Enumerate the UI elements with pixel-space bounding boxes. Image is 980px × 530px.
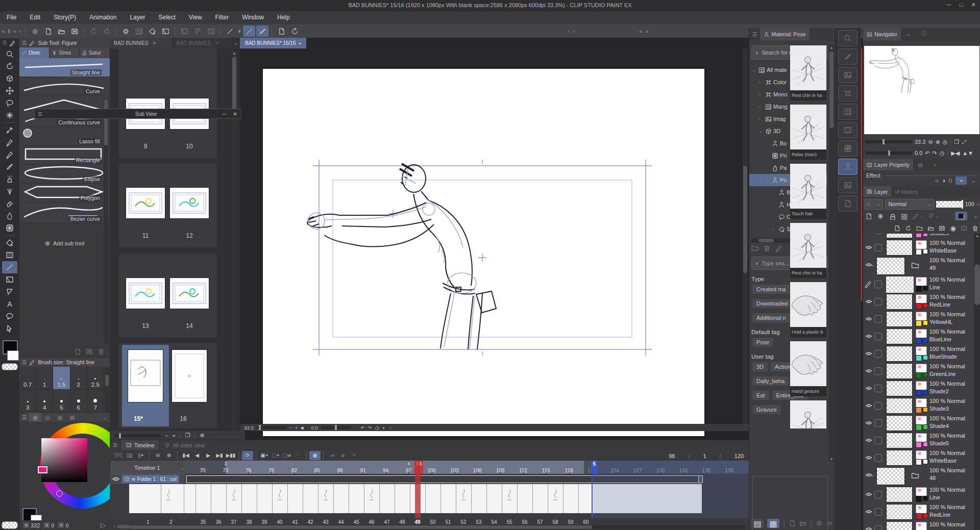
pose-thumbnail-3[interactable] <box>790 223 826 268</box>
subview-close-icon[interactable]: ✕ <box>230 111 241 117</box>
layer-row-blueshade[interactable]: 100 % NormalBlueShade <box>863 345 973 363</box>
brush-size-6[interactable]: 6 <box>70 390 87 413</box>
timeline-zoom-in-timeline[interactable]: ⊕ <box>163 451 175 460</box>
select-shrink-icon[interactable] <box>191 26 204 37</box>
navigator-zoom-slider[interactable] <box>865 140 912 143</box>
timeline-cel-dim[interactable]: ⬚ <box>292 451 304 460</box>
material-tab[interactable]: Material: Pose <box>760 28 809 40</box>
layer-row-redline[interactable]: 100 % NormalRedLine <box>863 293 973 311</box>
tool-operation[interactable] <box>2 322 17 335</box>
minimize-button[interactable]: ─ <box>944 2 953 8</box>
panel-collapse-icon[interactable]: » <box>644 28 650 34</box>
rotate-left-icon[interactable]: ↶ <box>361 425 365 431</box>
extract-line-icon[interactable]: ⁝⁝ <box>948 177 952 184</box>
transparent-color-pill[interactable] <box>2 521 18 529</box>
gear-icon[interactable] <box>816 520 823 527</box>
processing-icon[interactable] <box>119 26 132 37</box>
layer-thumbnail[interactable] <box>886 504 913 520</box>
layer-row-whitebase[interactable]: 100 % NormalWhiteBase <box>863 449 973 467</box>
page-thumbnail-11[interactable] <box>126 188 165 218</box>
sub-color-swatch[interactable] <box>7 350 19 361</box>
lock-transparent-icon[interactable] <box>900 213 908 220</box>
layer-row-shade3[interactable]: 100 % NormalShade3 <box>863 397 973 415</box>
document-tab-2[interactable]: BAD BUNNIES✕ <box>173 38 232 48</box>
timeline-h-scrollbar[interactable] <box>130 525 745 529</box>
subtool-tab-direc[interactable]: Direc <box>19 47 50 58</box>
flip-horizontal-icon[interactable]: ◗ <box>382 425 385 431</box>
menu-filter[interactable]: Filter <box>209 11 236 24</box>
shortcut-images[interactable] <box>838 177 857 193</box>
layer-thumbnail[interactable] <box>886 415 913 431</box>
list-view-icon[interactable]: ▤ <box>751 519 764 528</box>
opacity-stepper[interactable]: ◇ <box>976 202 979 207</box>
canvas-page[interactable] <box>263 69 704 436</box>
color-menu-icon[interactable]: ☰ <box>19 414 29 420</box>
transform-icon[interactable] <box>159 26 172 37</box>
tool-auto-select[interactable] <box>2 109 17 121</box>
tab-info-icon[interactable]: ⓘ <box>916 31 932 38</box>
brush-size-7[interactable]: 7 <box>87 390 104 413</box>
panel-collapse-icon[interactable]: ‖ <box>6 28 12 34</box>
layer-thumbnail[interactable] <box>886 294 913 310</box>
palette-dropdown[interactable]: □⌄ <box>864 199 883 210</box>
subtool-item-curve[interactable]: Curve <box>19 77 110 96</box>
layer-thumbnail[interactable] <box>886 234 913 238</box>
color-slider-tab[interactable]: ▤ <box>41 414 54 420</box>
brush-size-1.5[interactable]: 1.5 <box>53 367 70 390</box>
transparent-color-chip[interactable] <box>2 363 18 370</box>
tab-subview-icon[interactable]: ◒ <box>901 31 916 37</box>
timeline-loop-playback[interactable]: ⟳ <box>242 451 253 460</box>
timeline-go-last-frame[interactable]: ▶▮▮ <box>225 451 236 460</box>
tool-pencil[interactable] <box>2 148 17 161</box>
tab-layer-property[interactable]: Layer Property <box>863 159 913 170</box>
layer-row-yellowhl[interactable]: 100 % NormalYellowHL <box>863 520 973 530</box>
eye-icon[interactable] <box>865 333 872 340</box>
material-menu-icon[interactable]: ☰ <box>749 31 760 37</box>
page-thumbnail-12[interactable] <box>170 188 209 218</box>
cel-checkbox[interactable] <box>874 402 882 410</box>
cel-checkbox[interactable] <box>874 385 882 392</box>
blend-mode-dropdown[interactable]: Normal ⌄ <box>885 199 934 210</box>
apply-mask-icon[interactable] <box>961 224 967 232</box>
brush-menu-icon[interactable]: ☰ <box>19 359 29 365</box>
canvas-rotation-slider[interactable] <box>321 426 351 429</box>
layer-row-shade2[interactable]: 100 % NormalShade2 <box>863 380 973 397</box>
layer-thumbnail[interactable] <box>886 487 913 502</box>
canvas-vertical-scrollbar[interactable] <box>743 48 748 428</box>
active-document-tab[interactable]: BAD BUNNIES* 15/16 ● <box>240 38 306 48</box>
color-set-tab[interactable]: ▦ <box>54 414 66 420</box>
tab-navigator[interactable]: Navigator <box>863 28 901 40</box>
layer-scrollbar[interactable]: ▲ <box>974 234 980 530</box>
eye-icon[interactable] <box>112 475 120 483</box>
layer-row-line[interactable]: 100 % NormalLine <box>863 275 973 293</box>
tool-move[interactable] <box>2 85 17 97</box>
folder-chevron-icon[interactable]: ⌄ <box>870 472 874 477</box>
pose-thumbnail-2[interactable] <box>790 164 826 209</box>
pose-thumbnail-5[interactable] <box>790 341 826 386</box>
opacity-slider[interactable] <box>936 201 963 208</box>
page-spread-11-12[interactable]: 1112 <box>119 163 217 247</box>
thumbnail-view-icon[interactable]: ▦ <box>767 519 779 528</box>
layer-thumbnail[interactable] <box>886 346 913 362</box>
cel-checkbox[interactable] <box>874 454 882 462</box>
cel-checkbox[interactable] <box>874 350 882 358</box>
menu-layer[interactable]: Layer <box>123 11 152 24</box>
hue-marker[interactable] <box>38 466 47 473</box>
timeline-zoom-out-timeline[interactable]: ⊖ <box>152 451 163 460</box>
save-icon[interactable] <box>68 26 81 37</box>
pose-thumbnail-1[interactable] <box>790 105 826 149</box>
page-spread-13-14[interactable]: 1314 <box>119 254 217 338</box>
canvas-zoom-slider[interactable] <box>257 426 286 429</box>
snap-ruler-icon[interactable] <box>133 26 145 37</box>
timeline-play[interactable]: ▶ <box>203 451 214 460</box>
status-chevron-icon[interactable]: ‹ <box>388 424 394 431</box>
tab-list-chevron-icon[interactable]: ⌄ <box>232 40 240 46</box>
subtool-scrollbar[interactable] <box>104 98 108 343</box>
cel-checkbox[interactable] <box>874 333 882 340</box>
tool-frame-border[interactable] <box>2 273 17 286</box>
subtool-item-polygon[interactable]: Polygon <box>19 184 110 203</box>
layer-folder-48[interactable]: ⌄100 % Normal48 <box>863 466 973 486</box>
menu-file[interactable]: File <box>0 11 23 24</box>
timeline-edit-timeline[interactable]: ✎ <box>349 451 360 460</box>
combine-layer-icon[interactable] <box>939 224 945 232</box>
